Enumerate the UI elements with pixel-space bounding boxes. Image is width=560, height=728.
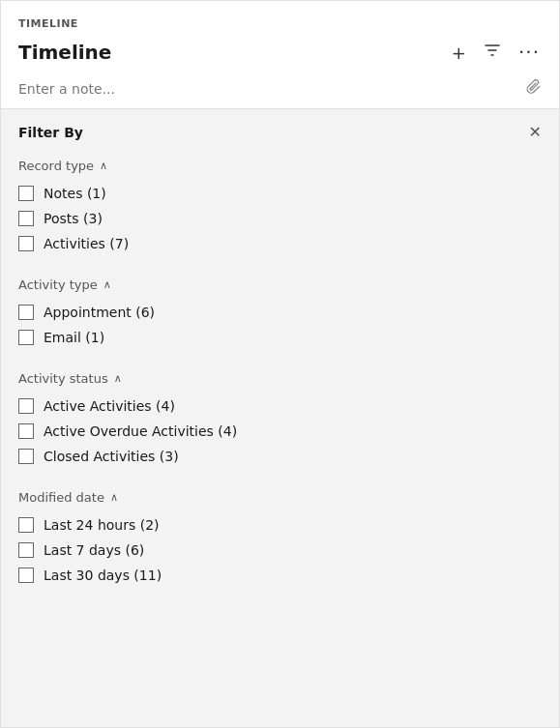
filter-section-modified-date: Modified date ∧ Last 24 hours (2) Last 7… xyxy=(1,482,559,592)
checkbox-last-24-hours[interactable] xyxy=(18,517,34,533)
checkbox-notes[interactable] xyxy=(18,186,34,201)
checkbox-closed-activities[interactable] xyxy=(18,449,34,464)
checkbox-last-30-days[interactable] xyxy=(18,568,34,583)
activity-status-label: Activity status xyxy=(18,371,108,386)
filter-panel: Filter By ✕ Record type ∧ Notes (1) Post… xyxy=(1,109,559,727)
filter-label-last-30-days: Last 30 days (11) xyxy=(44,568,162,583)
activity-type-chevron: ∧ xyxy=(103,278,111,291)
filter-label-active-overdue-activities: Active Overdue Activities (4) xyxy=(44,423,237,439)
filter-label-email: Email (1) xyxy=(44,330,104,345)
filter-item-active-overdue-activities[interactable]: Active Overdue Activities (4) xyxy=(18,419,542,444)
modified-date-chevron: ∧ xyxy=(110,491,118,504)
timeline-container: TIMELINE Timeline + ··· xyxy=(0,0,560,728)
filter-by-label: Filter By xyxy=(18,125,83,140)
add-button[interactable]: + xyxy=(450,41,468,65)
top-bar: TIMELINE xyxy=(1,1,559,35)
filter-label-closed-activities: Closed Activities (3) xyxy=(44,449,179,464)
filter-header: Filter By ✕ xyxy=(1,109,559,151)
page-title: Timeline xyxy=(18,41,111,64)
modified-date-label: Modified date xyxy=(18,490,104,505)
filter-label-active-activities: Active Activities (4) xyxy=(44,398,175,414)
checkbox-last-7-days[interactable] xyxy=(18,542,34,558)
header-row: Timeline + ··· xyxy=(1,35,559,73)
record-type-chevron: ∧ xyxy=(100,160,107,172)
app-label: TIMELINE xyxy=(18,17,78,30)
header-icons: + ··· xyxy=(450,39,542,66)
checkbox-activities[interactable] xyxy=(18,236,34,251)
filter-item-activities[interactable]: Activities (7) xyxy=(18,231,542,256)
section-header-activity-type: Activity type ∧ xyxy=(18,277,542,292)
filter-section-record-type: Record type ∧ Notes (1) Posts (3) Activi… xyxy=(1,151,559,260)
filter-item-last-24-hours[interactable]: Last 24 hours (2) xyxy=(18,512,542,538)
checkbox-email[interactable] xyxy=(18,330,34,345)
filter-label-appointment: Appointment (6) xyxy=(44,305,155,320)
note-input[interactable] xyxy=(18,81,526,97)
activity-type-label: Activity type xyxy=(18,277,98,292)
section-header-modified-date: Modified date ∧ xyxy=(18,490,542,505)
paperclip-icon xyxy=(526,79,542,99)
filter-item-active-activities[interactable]: Active Activities (4) xyxy=(18,393,542,419)
checkbox-posts[interactable] xyxy=(18,211,34,226)
note-input-row xyxy=(1,73,559,109)
filter-label-activities: Activities (7) xyxy=(44,236,129,251)
filter-item-last-30-days[interactable]: Last 30 days (11) xyxy=(18,563,542,588)
filter-label-last-7-days: Last 7 days (6) xyxy=(44,542,144,558)
filter-item-appointment[interactable]: Appointment (6) xyxy=(18,300,542,325)
activity-status-chevron: ∧ xyxy=(114,372,122,385)
checkbox-active-overdue-activities[interactable] xyxy=(18,423,34,439)
checkbox-appointment[interactable] xyxy=(18,305,34,320)
more-button[interactable]: ··· xyxy=(516,39,542,66)
filter-section-activity-type: Activity type ∧ Appointment (6) Email (1… xyxy=(1,270,559,354)
filter-button[interactable] xyxy=(482,40,503,65)
record-type-label: Record type xyxy=(18,159,94,173)
filter-label-notes: Notes (1) xyxy=(44,186,106,201)
filter-item-posts[interactable]: Posts (3) xyxy=(18,206,542,231)
filter-item-closed-activities[interactable]: Closed Activities (3) xyxy=(18,444,542,469)
section-header-record-type: Record type ∧ xyxy=(18,159,542,173)
filter-label-last-24-hours: Last 24 hours (2) xyxy=(44,517,160,533)
filter-section-activity-status: Activity status ∧ Active Activities (4) … xyxy=(1,364,559,473)
more-icon: ··· xyxy=(518,41,540,64)
add-icon: + xyxy=(452,43,466,63)
close-button[interactable]: ✕ xyxy=(529,123,542,141)
checkbox-active-activities[interactable] xyxy=(18,398,34,414)
filter-item-last-7-days[interactable]: Last 7 days (6) xyxy=(18,538,542,563)
filter-item-email[interactable]: Email (1) xyxy=(18,325,542,350)
section-header-activity-status: Activity status ∧ xyxy=(18,371,542,386)
filter-label-posts: Posts (3) xyxy=(44,211,103,226)
filter-icon xyxy=(484,42,501,63)
close-icon: ✕ xyxy=(529,123,542,141)
filter-item-notes[interactable]: Notes (1) xyxy=(18,181,542,206)
